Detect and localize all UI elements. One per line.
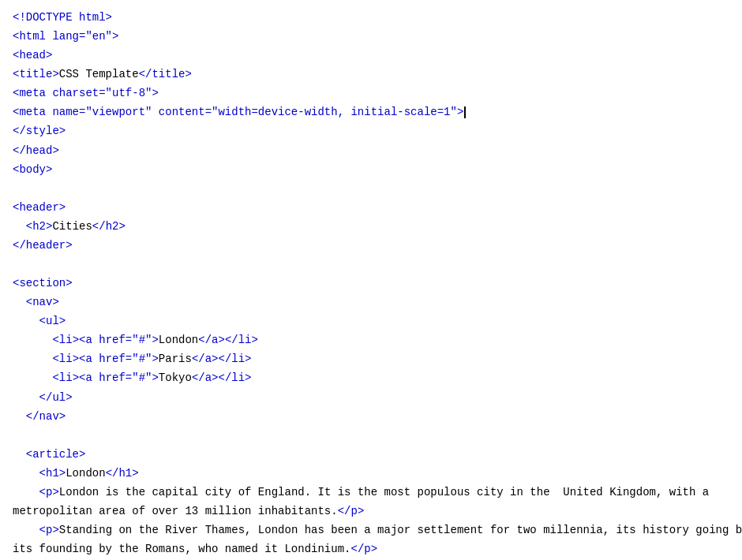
code-line: <h1>London</h1>: [13, 464, 729, 483]
code-line: </header>: [13, 236, 729, 255]
code-line: <meta charset="utf-8">: [13, 84, 729, 103]
text-cursor: [464, 106, 466, 118]
code-line: <meta name="viewport" content="width=dev…: [13, 103, 729, 121]
code-editor: <!DOCTYPE html><html lang="en"><head><ti…: [13, 8, 729, 560]
code-line: <li><a href="#">Paris</a></li>: [13, 349, 729, 368]
code-line: [13, 426, 729, 445]
code-line: <p>London is the capital city of England…: [13, 483, 729, 502]
code-line: <li><a href="#">Tokyo</a></li>: [13, 368, 729, 387]
code-line: </nav>: [13, 407, 729, 426]
code-line: <nav>: [13, 293, 729, 312]
code-line: <!DOCTYPE html>: [13, 8, 729, 27]
code-line: <html lang="en">: [13, 27, 729, 46]
code-line: <body>: [13, 160, 729, 179]
code-line: <li><a href="#">London</a></li>: [13, 330, 729, 349]
code-line: metropolitan area of over 13 million inh…: [13, 502, 729, 521]
code-line: <title>CSS Template</title>: [13, 65, 729, 84]
code-line: <article>: [13, 445, 729, 464]
code-line: </head>: [13, 141, 729, 160]
code-line: [13, 179, 729, 198]
code-line: </style>: [13, 121, 729, 140]
code-line: <h2>Cities</h2>: [13, 217, 729, 236]
code-line: its founding by the Romans, who named it…: [13, 539, 729, 558]
code-line: <section>: [13, 274, 729, 293]
code-line: <p>Standing on the River Thames, London …: [13, 521, 729, 539]
code-line: [13, 255, 729, 274]
code-line: </ul>: [13, 388, 729, 407]
code-line: <header>: [13, 198, 729, 217]
code-line: <ul>: [13, 312, 729, 330]
code-line: <head>: [13, 46, 729, 65]
